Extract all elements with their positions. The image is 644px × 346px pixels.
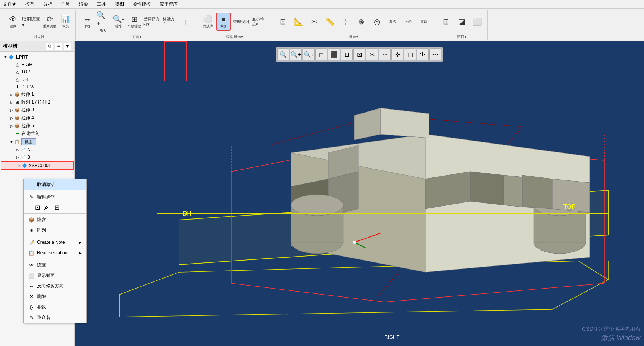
ctx-rename[interactable]: ✎ 重命名 xyxy=(24,312,86,323)
ctx-params[interactable]: {} 参数 xyxy=(24,302,86,312)
edit-icon1[interactable]: ⊡ xyxy=(34,204,41,211)
edit-icon3[interactable]: ⊞ xyxy=(53,204,60,211)
tree-item-A[interactable]: ▷ 📄 A xyxy=(0,146,74,154)
tree-item-B[interactable]: ▷ 📄 B xyxy=(0,154,74,161)
root-expander[interactable]: ▼ xyxy=(3,54,8,60)
close-button[interactable]: 关闭 xyxy=(401,13,415,31)
tree-item-extrude1[interactable]: ▷ 📦 拉伸 1 xyxy=(0,91,74,98)
display-btn5[interactable]: ⊹ xyxy=(338,13,353,31)
up-button[interactable]: ↑ xyxy=(179,13,193,31)
ctx-hide[interactable]: 📦 隐含 xyxy=(24,214,86,225)
menu-tools[interactable]: 工具 xyxy=(96,0,107,8)
pan-button[interactable]: ↔ 平移 xyxy=(80,13,94,31)
window-button[interactable]: 窗口 xyxy=(417,13,431,31)
vp-view[interactable]: ◫ xyxy=(404,48,416,60)
win1-icon: ⊞ xyxy=(443,17,449,26)
xsec-expander[interactable]: ▷ xyxy=(16,163,22,168)
hide-button[interactable]: 👁 隐藏 xyxy=(6,13,20,31)
panel-columns-button[interactable]: ≡ xyxy=(55,43,62,50)
tree-item-dhw[interactable]: ✛ DH_W xyxy=(0,83,74,91)
std-orient-button[interactable]: 标准方向 xyxy=(162,13,177,31)
win-btn2[interactable]: ◪ xyxy=(454,13,469,31)
edit-icon2[interactable]: 🖊 xyxy=(44,204,50,211)
display-btn3[interactable]: ✂ xyxy=(307,13,321,31)
display-group: ⊡ 📐 ✂ 📏 ⊹ ⊛ ◎ 激活 关闭 窗口 显示▾ xyxy=(273,10,434,40)
saved-orient-button[interactable]: 已保存方向▾ xyxy=(143,13,161,31)
tree-item-dh[interactable]: △ DH xyxy=(0,76,74,83)
manage-view-button[interactable]: 管理视图 xyxy=(232,13,250,31)
panel-search-button[interactable]: ▼ xyxy=(64,43,71,50)
vp-box3[interactable]: ⊡ xyxy=(341,48,353,60)
ctx-cancel-activate[interactable]: 取消激活 xyxy=(24,179,86,190)
panel-tools: ⚙ ≡ ▼ xyxy=(46,43,71,50)
zoom-all-button[interactable]: ⊞ 平移缩放 xyxy=(127,13,141,31)
vp-crosshair[interactable]: ✛ xyxy=(391,48,403,60)
tree-item-right[interactable]: △ RIGHT xyxy=(0,61,74,68)
display-btn7[interactable]: ◎ xyxy=(370,13,384,31)
win-btn3[interactable]: ⬜ xyxy=(470,13,484,31)
tree-item-pattern1[interactable]: ▷ ⊞ 阵列 1 / 拉伸 2 xyxy=(0,98,74,106)
zoom-out-button[interactable]: 🔍- 缩小 xyxy=(112,13,126,31)
display-btn4[interactable]: 📏 xyxy=(323,13,337,31)
tree-item-extrude3[interactable]: ▷ 📦 拉伸 3 xyxy=(0,106,74,114)
extrude3-expander[interactable]: ▷ xyxy=(9,108,14,113)
menu-apps[interactable]: 应用程序 xyxy=(158,0,179,8)
B-expander[interactable]: ▷ xyxy=(15,155,20,160)
zoom-in-button[interactable]: 🔍+ 放大 xyxy=(96,13,110,31)
status-button[interactable]: 📊 状况 xyxy=(58,13,72,31)
section-button[interactable]: ■ 截面 xyxy=(216,13,231,31)
ctx-representation[interactable]: 📋 Representation ▶ xyxy=(24,248,86,258)
appearance-button[interactable]: ⚪ 外观库 xyxy=(201,13,215,31)
display-btn2[interactable]: 📐 xyxy=(291,13,306,31)
ctx-create-note[interactable]: 📝 Create a Note ▶ xyxy=(24,237,86,248)
vp-box4[interactable]: ⊠ xyxy=(353,48,365,60)
extrude4-expander[interactable]: ▷ xyxy=(9,116,14,121)
ctx-delete[interactable]: ✕ 删除 xyxy=(24,291,86,302)
menu-analysis[interactable]: 分析 xyxy=(42,0,54,8)
tree-item-extrude4[interactable]: ▷ 📦 拉伸 4 xyxy=(0,114,74,122)
menu-flex[interactable]: 柔性建模 xyxy=(131,0,152,8)
vp-clip[interactable]: ✂ xyxy=(366,48,378,60)
menu-file[interactable]: 文件★ xyxy=(1,0,18,8)
win-btn1[interactable]: ⊞ xyxy=(439,13,453,31)
section-expander[interactable]: ▼ xyxy=(9,139,14,145)
menu-render[interactable]: 渲染 xyxy=(78,0,90,8)
vp-target[interactable]: ⊹ xyxy=(379,48,391,60)
readjust-button[interactable]: ⟳ 重新调整 xyxy=(43,13,57,31)
extrude5-expander[interactable]: ▷ xyxy=(9,123,14,129)
display-style-button[interactable]: 显示样式▾ xyxy=(251,13,268,31)
tree-item-extrude5[interactable]: ▷ 📦 拉伸 5 xyxy=(0,122,74,130)
menu-model[interactable]: 模型 xyxy=(24,0,36,8)
ctx-pattern[interactable]: ⊞ 阵列 xyxy=(24,225,86,235)
vp-box2[interactable]: ⬛ xyxy=(328,48,340,60)
vp-dots[interactable]: ⋯ xyxy=(429,48,441,60)
panel-header: 模型树 ⚙ ≡ ▼ xyxy=(0,41,74,52)
ctx-hide-item[interactable]: 👁 隐藏 xyxy=(24,260,86,270)
menu-view[interactable]: 视图 xyxy=(113,0,125,8)
vp-search[interactable]: 🔍 xyxy=(277,48,289,60)
vp-zoom-in[interactable]: 🔍+ xyxy=(290,48,302,60)
tree-item-section[interactable]: ▼ 📋 截面 xyxy=(0,138,74,146)
panel-settings-button[interactable]: ⚙ xyxy=(46,43,53,50)
tree-item-root[interactable]: ▼ 🔷 1.PRT xyxy=(0,53,74,61)
activate-button[interactable]: 激活 xyxy=(385,13,400,31)
tree-item-xsec[interactable]: ▷ 🔷 XSEC0001 xyxy=(1,161,74,170)
A-expander[interactable]: ▷ xyxy=(15,147,20,152)
vp-eye[interactable]: 👁 xyxy=(417,48,429,60)
pattern1-expander[interactable]: ▷ xyxy=(9,100,14,105)
menu-annotation[interactable]: 注释 xyxy=(60,0,72,8)
display-btn6[interactable]: ⊛ xyxy=(354,13,368,31)
display-btn1[interactable]: ⊡ xyxy=(276,13,290,31)
viewport[interactable]: 🔍 🔍+ 🔍- ◻ ⬛ ⊡ ⊠ ✂ ⊹ ✛ ◫ 👁 ⋯ xyxy=(75,41,644,346)
tree-item-insert[interactable]: ➔ 在此插入 xyxy=(0,130,74,138)
tree-item-top[interactable]: △ TOP xyxy=(0,68,74,76)
ctx-show-section[interactable]: ⬜ 显示截面 xyxy=(24,270,86,281)
unhide-button[interactable]: 取消隐藏▾ xyxy=(22,13,41,31)
insert-expander xyxy=(9,131,14,136)
extrude1-expander[interactable]: ▷ xyxy=(9,92,14,97)
vp-zoom-out[interactable]: 🔍- xyxy=(303,48,315,60)
vp-box1[interactable]: ◻ xyxy=(315,48,327,60)
ctx-reverse-trim[interactable]: ↔ 反向修剪方向 xyxy=(24,281,86,291)
menu-bar: 文件★ 模型 分析 注释 渲染 工具 视图 柔性建模 应用程序 xyxy=(0,0,644,9)
extrude4-icon: 📦 xyxy=(14,115,20,121)
